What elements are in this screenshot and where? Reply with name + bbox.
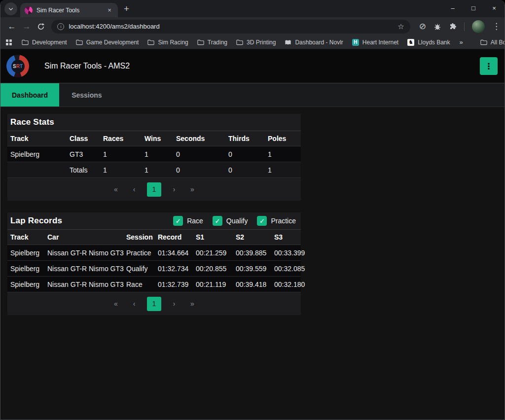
filter-label: Qualify (226, 217, 248, 225)
site-info-icon[interactable]: i (57, 23, 64, 30)
filter-label: Race (187, 217, 203, 225)
url-text[interactable]: localhost:4200/ams2/dashboard (69, 23, 393, 30)
refresh-button[interactable] (34, 20, 49, 34)
bookmark-folder-development[interactable]: Development (17, 37, 72, 47)
tab-search-button[interactable] (4, 2, 17, 15)
cell-car: Nissan GT-R Nismo GT3 (44, 261, 123, 276)
bookmark-folder-3d-printing[interactable]: 3D Printing (232, 37, 280, 47)
table-row: Spielberg Nissan GT-R Nismo GT3 Practice… (7, 245, 301, 261)
cell-s3: 00:33.399 (271, 245, 305, 260)
filter-practice[interactable]: ✓ Practice (257, 216, 296, 226)
main-content: Race Stats Track Class Races Wins Second… (0, 107, 505, 420)
cell-wins: 1 (142, 162, 173, 177)
cell-thirds: 0 (225, 162, 265, 177)
bookmark-label: 3D Printing (247, 39, 276, 46)
tab-sessions[interactable]: Sessions (59, 83, 114, 106)
browser-window: Sim Racer Tools × + – □ × ← → i localhos… (0, 0, 505, 420)
folder-icon (480, 39, 487, 45)
address-bar[interactable]: i localhost:4200/ams2/dashboard ☆ (51, 20, 410, 34)
bookmark-lloyds-bank[interactable]: ♞ Lloyds Bank (403, 37, 454, 47)
toolbar-divider (464, 22, 465, 31)
kebab-menu-icon: ⋮ (485, 61, 493, 71)
cell-s2: 00:39.885 (233, 245, 271, 260)
folder-icon (22, 39, 29, 45)
profile-avatar[interactable] (472, 20, 485, 33)
side-panel-grid-button[interactable] (5, 39, 12, 46)
cell-s3: 00:32.085 (271, 261, 305, 276)
cell-session: Qualify (123, 261, 155, 276)
logo-letter: R (16, 64, 20, 69)
first-page-button[interactable]: « (110, 300, 121, 308)
window-minimize-button[interactable]: – (442, 0, 463, 16)
last-page-button[interactable]: » (187, 300, 198, 308)
tab-close-icon[interactable]: × (106, 6, 113, 14)
all-bookmarks-label: All Bookmarks (491, 39, 505, 46)
browser-tab-active[interactable]: Sim Racer Tools × (20, 3, 118, 17)
folder-icon (197, 39, 204, 45)
browser-menu-button[interactable]: ⋮ (492, 21, 501, 32)
bug-icon (433, 23, 441, 31)
lap-records-header-row: Track Car Session Record S1 S2 S3 (7, 230, 301, 245)
bookmark-folder-game-development[interactable]: Game Development (72, 37, 144, 47)
totals-row: Totals 1 1 0 0 1 (7, 162, 301, 178)
race-stats-title-row: Race Stats (7, 114, 301, 131)
window-maximize-button[interactable]: □ (463, 0, 484, 16)
column-header: Races (100, 131, 142, 146)
puzzle-piece-icon (449, 23, 457, 31)
content-blocker-icon[interactable]: ⊘ (419, 21, 426, 32)
current-page-button[interactable]: 1 (147, 297, 161, 311)
tab-dashboard[interactable]: Dashboard (0, 83, 59, 106)
bookmark-label: Dashboard - Novlr (295, 39, 343, 46)
filter-qualify[interactable]: ✓ Qualify (213, 216, 248, 226)
prev-page-button[interactable]: ‹ (129, 185, 140, 193)
bug-extension-icon[interactable] (433, 23, 441, 31)
bookmark-label: Development (32, 39, 67, 46)
bookmarks-overflow-button[interactable]: » (455, 38, 468, 46)
column-header: Wins (142, 131, 173, 146)
new-tab-button[interactable]: + (124, 3, 129, 14)
folder-icon (147, 39, 154, 45)
lap-records-paginator: « ‹ 1 › » (7, 292, 301, 315)
checkbox-checked-icon[interactable]: ✓ (257, 216, 267, 226)
cell-track (7, 162, 67, 177)
forward-button[interactable]: → (19, 20, 34, 34)
current-page-button[interactable]: 1 (147, 182, 161, 197)
app-menu-button[interactable]: ⋮ (480, 57, 498, 75)
filter-race[interactable]: ✓ Race (173, 216, 203, 226)
page-title: Sim Racer Tools - AMS2 (44, 62, 130, 70)
logo-letter: T (20, 64, 23, 69)
bookmark-folder-sim-racing[interactable]: Sim Racing (143, 37, 192, 47)
bookmark-label: Lloyds Bank (418, 39, 450, 46)
bookmark-folder-trading[interactable]: Trading (193, 37, 232, 47)
cell-track: Spielberg (7, 146, 67, 162)
apps-grid-icon (5, 39, 12, 46)
back-button[interactable]: ← (4, 20, 19, 34)
window-close-button[interactable]: × (484, 0, 505, 16)
cell-s1: 00:20.855 (193, 261, 233, 276)
window-controls: – □ × (442, 0, 505, 17)
cell-track: Spielberg (7, 245, 44, 260)
lap-records-title-row: Lap Records ✓ Race ✓ Qualify ✓ Practice (7, 212, 301, 230)
cell-record: 01:32.734 (155, 261, 193, 276)
bookmark-star-icon[interactable]: ☆ (397, 22, 404, 31)
heart-internet-icon: H (352, 39, 359, 46)
bookmark-dashboard-novlr[interactable]: Dashboard - Novlr (280, 37, 347, 47)
last-page-button[interactable]: » (187, 185, 198, 193)
checkbox-checked-icon[interactable]: ✓ (213, 216, 222, 226)
first-page-button[interactable]: « (110, 185, 121, 193)
toolbar-extensions-area: ⊘ ⋮ (419, 20, 501, 33)
bookmark-heart-internet[interactable]: H Heart Internet (348, 37, 403, 47)
cell-record: 01:34.664 (155, 245, 193, 260)
next-page-button[interactable]: › (169, 185, 180, 193)
table-row: Spielberg Nissan GT-R Nismo GT3 Qualify … (7, 261, 301, 277)
column-header: Car (44, 230, 123, 245)
race-stats-paginator: « ‹ 1 › » (7, 178, 301, 201)
extensions-button[interactable] (449, 23, 457, 31)
cell-class: GT3 (67, 146, 100, 162)
next-page-button[interactable]: › (169, 300, 180, 308)
checkbox-checked-icon[interactable]: ✓ (173, 216, 183, 226)
cell-session: Practice (123, 245, 155, 260)
prev-page-button[interactable]: ‹ (129, 300, 140, 308)
column-header: S2 (233, 230, 271, 245)
all-bookmarks-button[interactable]: All Bookmarks (476, 37, 505, 47)
